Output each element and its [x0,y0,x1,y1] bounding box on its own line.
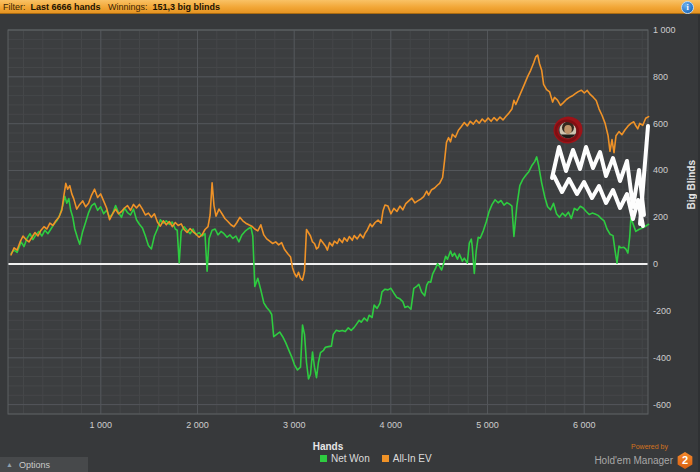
powered-by-brand: Powered by Hold'em Manager 2 [594,443,693,469]
legend-label: Net Won [331,453,370,464]
net-won-swatch-icon [320,455,327,462]
winnings-graph [0,0,700,472]
y-tick-label: 0 [653,259,658,269]
x-tick-label: 3 000 [283,420,306,430]
y-tick-label: 1 000 [653,25,676,35]
y-tick-label: -400 [653,353,671,363]
holdem-manager-graph-window: Filter:Last 6666 hands Winnings:151,3 bi… [0,0,700,472]
x-axis-title: Hands [8,441,648,452]
legend-item-all-in-ev[interactable]: All-In EV [382,453,432,464]
x-tick-label: 4 000 [380,420,403,430]
y-tick-label: 600 [653,119,668,129]
plot-background [8,30,648,414]
hm2-logo-icon[interactable]: 2 [677,452,693,469]
options-button-label: Options [19,460,50,470]
chevron-up-icon: ▲ [6,461,13,468]
legend-label: All-In EV [393,453,432,464]
x-tick-label: 2 000 [186,420,209,430]
y-axis-title: Big Blinds [686,160,697,209]
x-tick-label: 6 000 [573,420,596,430]
y-tick-label: 800 [653,72,668,82]
y-tick-label: 400 [653,165,668,175]
y-tick-label: -200 [653,306,671,316]
all-in-ev-swatch-icon [382,455,389,462]
options-button[interactable]: ▲Options [0,457,88,472]
y-tick-label: 200 [653,212,668,222]
legend-item-net-won[interactable]: Net Won [320,453,370,464]
chart-legend: Net Won All-In EV [320,453,432,464]
y-tick-label: -600 [653,400,671,410]
brand-name: Hold'em Manager [594,456,673,466]
avatar-face [564,125,572,134]
x-tick-label: 5 000 [476,420,499,430]
powered-by-text: Powered by [594,443,668,450]
x-tick-label: 1 000 [90,420,113,430]
